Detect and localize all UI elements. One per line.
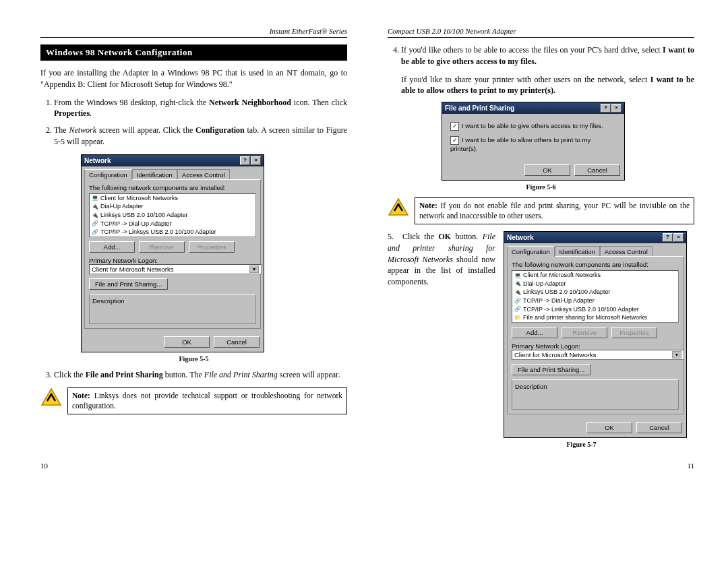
svg-marker-0 [42,389,61,405]
page-header-left: Instant EtherFast® Series [40,27,347,38]
components-list[interactable]: 💻Client for Microsoft Networks 🔌Dial-Up … [512,270,679,323]
help-icon[interactable]: ? [663,233,673,242]
properties-button[interactable]: Properties [189,241,235,253]
ok-button[interactable]: OK [586,422,632,433]
ok-button[interactable]: OK [164,336,210,348]
remove-button[interactable]: Remove [139,241,185,253]
section-title: Windows 98 Network Configuration [40,44,347,61]
note-1: Note: Linksys does not provide technical… [67,387,347,414]
properties-button[interactable]: Properties [611,327,657,338]
file-print-sharing-dialog: File and Print Sharing ? × ✓I want to be… [442,102,625,181]
ok-button[interactable]: OK [524,164,570,176]
step-1: From the Windows 98 desktop, right-click… [54,97,347,120]
chevron-down-icon: ▾ [249,266,259,273]
warning-icon [40,387,62,406]
add-button[interactable]: Add... [89,241,135,253]
add-button[interactable]: Add... [512,327,557,338]
tab-configuration[interactable]: Configuration [507,246,555,257]
figure-5-6-caption: Figure 5-6 [388,183,694,191]
logon-label: Primary Network Logon: [512,342,679,350]
dialog-title: Network [507,234,533,241]
description-label: Description [92,297,253,305]
close-icon[interactable]: × [251,156,261,165]
components-label: The following network components are ins… [89,184,256,191]
logon-label: Primary Network Logon: [89,257,256,264]
step-3: Click the File and Print Sharing button.… [54,369,347,381]
note-2: Note: If you do not enable file and prin… [415,197,694,224]
remove-button[interactable]: Remove [562,327,607,338]
step-4-cont: If you'd like to share your printer with… [401,74,694,97]
components-label: The following network components are ins… [512,261,679,268]
help-icon[interactable]: ? [601,104,611,113]
page-number-left: 10 [40,462,48,470]
intro-text: If you are installing the Adapter in a W… [40,67,347,90]
checkbox-share-printers[interactable]: ✓I want to be able to allow others to pr… [448,133,619,155]
dialog-title: File and Print Sharing [445,104,514,112]
step-2: The Network screen will appear. Click th… [54,125,347,148]
checkbox-share-files[interactable]: ✓I want to be able to give others access… [448,119,619,133]
chevron-down-icon: ▾ [672,351,681,358]
logon-select[interactable]: Client for Microsoft Networks▾ [512,350,684,360]
tab-access-control[interactable]: Access Control [177,169,230,180]
page-number-right: 11 [687,462,694,470]
step-4: If you'd like others to be able to acces… [401,44,694,67]
cancel-button[interactable]: Cancel [574,164,620,176]
page-header-right: Compact USB 2.0 10/100 Network Adapter [388,27,694,38]
tab-identification[interactable]: Identification [555,246,600,257]
description-label: Description [515,383,675,390]
svg-marker-1 [389,199,408,215]
close-icon[interactable]: × [611,104,621,113]
logon-select[interactable]: Client for Microsoft Networks▾ [89,264,262,274]
tab-configuration[interactable]: Configuration [84,169,132,180]
tab-access-control[interactable]: Access Control [600,246,653,257]
network-dialog-fig5-5: Network ? × Configuration Identification… [81,154,264,352]
warning-icon [388,197,409,216]
file-print-sharing-button[interactable]: File and Print Sharing... [512,364,590,375]
figure-5-5-caption: Figure 5-5 [40,355,347,363]
components-list[interactable]: 💻Client for Microsoft Networks 🔌Dial-Up … [89,193,256,237]
network-dialog-fig5-7: Network ? × Configuration Identification… [504,231,687,438]
close-icon[interactable]: × [673,233,684,242]
file-print-sharing-button[interactable]: File and Print Sharing... [89,278,168,290]
step-5: 5. Click the OK button. File and printer… [388,231,495,288]
figure-5-7-caption: Figure 5-7 [468,441,694,448]
cancel-button[interactable]: Cancel [214,336,260,348]
cancel-button[interactable]: Cancel [636,422,682,433]
tab-identification[interactable]: Identification [132,169,177,180]
help-icon[interactable]: ? [240,156,250,165]
dialog-title: Network [84,157,111,164]
